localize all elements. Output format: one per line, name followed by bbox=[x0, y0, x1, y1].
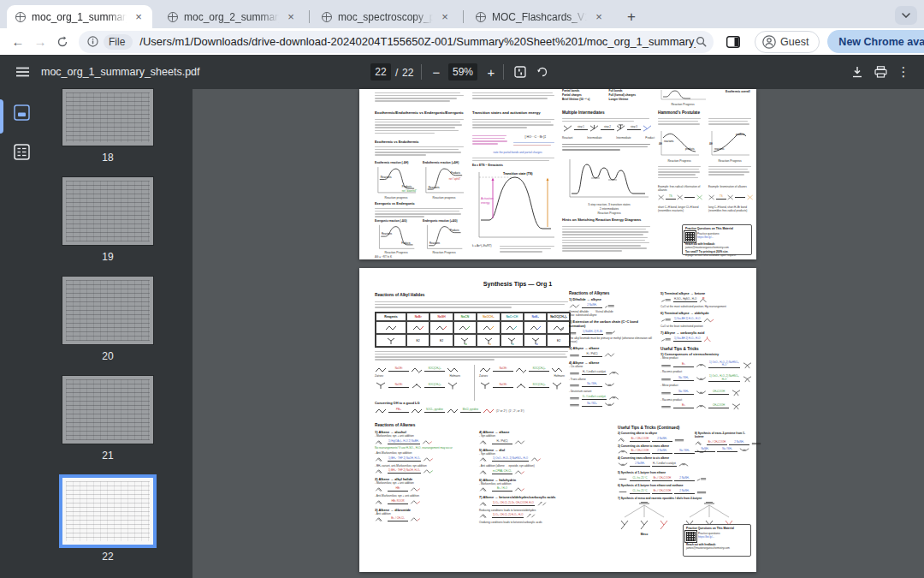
fit-to-page-button[interactable] bbox=[510, 62, 530, 82]
chrome-update-button[interactable]: New Chrome available ⋮ bbox=[827, 30, 924, 53]
thumbnail-image[interactable] bbox=[62, 478, 153, 545]
page-number-input[interactable]: 22 bbox=[370, 63, 391, 80]
reagent: H₂ / Lindlar's catalyst bbox=[653, 462, 676, 465]
graph-caption: Reaction progress bbox=[375, 196, 418, 200]
table-cell-substrate bbox=[376, 321, 406, 334]
reagent: NaOEt bbox=[500, 383, 507, 386]
thumbnail-image[interactable] bbox=[62, 376, 153, 444]
info-icon[interactable] bbox=[87, 36, 98, 47]
chip: Longer lifetime bbox=[609, 98, 653, 101]
product-label: Hofmann bbox=[554, 374, 565, 378]
table-cell-structure bbox=[477, 334, 500, 347]
graph-caption: Reaction Progress bbox=[708, 159, 751, 163]
tab-moc-org-1[interactable]: moc_org_1_summary_sheets × bbox=[7, 5, 152, 28]
thumbnail-page-20[interactable]: 20 bbox=[62, 277, 153, 362]
thumbnail-image[interactable] bbox=[62, 89, 153, 146]
reagent: 1) Sia₂BH 2) H₂O₂, H₂O bbox=[674, 337, 701, 340]
radical-scheme: TS bbox=[658, 194, 702, 201]
page-separator: / bbox=[395, 67, 398, 79]
hammond-early-ts-diagram: ΔE reactants products bbox=[658, 128, 701, 159]
arrhenius-equation: k = Ae^(–Ea/RT) bbox=[472, 244, 492, 247]
zoom-in-button[interactable]: + bbox=[481, 62, 501, 82]
download-button[interactable] bbox=[847, 62, 868, 82]
pdf-sidebar: 18 19 20 21 22 bbox=[0, 89, 192, 578]
paragraph-placeholder bbox=[375, 206, 465, 219]
magenta-note-placeholder bbox=[472, 134, 508, 146]
thumbnail-page-21[interactable]: 21 bbox=[62, 376, 153, 462]
tab-spectroscopy[interactable]: moc_spectroscopy_pack.pdf × bbox=[313, 5, 459, 28]
zoom-out-button[interactable]: − bbox=[426, 62, 447, 82]
close-tab-icon[interactable]: × bbox=[284, 10, 298, 24]
table-cell-product bbox=[477, 321, 500, 334]
guest-profile-button[interactable]: Guest bbox=[755, 31, 820, 53]
pdf-menu-button[interactable] bbox=[12, 62, 33, 82]
close-tab-icon[interactable]: × bbox=[438, 10, 452, 24]
practice-questions-box: Practice Questions on This Material Prac… bbox=[683, 524, 751, 557]
tertiary-halide-glyph bbox=[386, 337, 396, 345]
side-panel-button[interactable] bbox=[722, 31, 744, 53]
table-header: NaSH bbox=[429, 313, 453, 321]
thumbnail-page-number: 22 bbox=[62, 551, 153, 563]
url-text[interactable]: /Users/m1/Downloads/drive-download-20240… bbox=[139, 35, 696, 48]
item-sublabel: - Anti addition bbox=[375, 512, 474, 515]
reagent: Na / NH₃ bbox=[679, 449, 689, 452]
thumbnail-page-18[interactable]: 18 bbox=[62, 89, 153, 164]
svg-text:ΔE: ΔE bbox=[659, 142, 662, 146]
pdf-favicon-icon bbox=[322, 12, 332, 22]
person-icon bbox=[762, 35, 776, 49]
thumbnail-page-22-selected[interactable]: 22 bbox=[62, 478, 153, 563]
file-scheme-chip[interactable]: File bbox=[104, 34, 133, 50]
item-label: 1) Dihalide → alkyne bbox=[569, 297, 654, 301]
search-icon[interactable] bbox=[696, 36, 707, 47]
reagent: Na / NH₃ bbox=[678, 390, 688, 393]
structure-glyph bbox=[696, 194, 702, 201]
tab-search-chevron-button[interactable] bbox=[895, 6, 917, 25]
tab-moc-org-2[interactable]: moc_org_2_summary_sheet × bbox=[159, 5, 305, 28]
product-label: Zaitsev bbox=[479, 374, 488, 378]
svg-text:Reactants: Reactants bbox=[429, 186, 441, 189]
pdf-document-title: moc_org_1_summary_sheets.pdf bbox=[41, 66, 200, 78]
outline-panel-button[interactable] bbox=[12, 142, 31, 161]
reagent: H₂SO₄, HgSO₄, H₂O bbox=[674, 297, 696, 301]
thumbnail-page-number: 20 bbox=[62, 350, 153, 362]
thumbnail-image[interactable] bbox=[62, 277, 153, 344]
paragraph-placeholder bbox=[375, 91, 465, 104]
thumbnail-page-19[interactable]: 19 bbox=[62, 177, 153, 263]
tab-title: moc_org_1_summary_sheets bbox=[32, 11, 127, 23]
diagram-note: 3-step reaction, 3 transition states bbox=[572, 203, 647, 206]
table-header: Reagents bbox=[376, 313, 406, 321]
example-caption: Example: bromination of alkanes bbox=[708, 185, 753, 188]
print-button[interactable] bbox=[870, 62, 891, 82]
print-icon bbox=[874, 66, 887, 78]
reagent: Na / NH₃ bbox=[678, 376, 688, 379]
item-note: C=O at the least substituted position bbox=[660, 325, 753, 328]
graph-title: Exothermic reaction (-ΔH) bbox=[375, 161, 418, 164]
item-note: Oxidizing conditions leads to ketones/ca… bbox=[479, 521, 570, 524]
svg-text:Reactants: Reactants bbox=[382, 232, 393, 235]
pdf-overflow-menu-button[interactable]: ⋮ bbox=[893, 62, 914, 82]
reload-button[interactable] bbox=[51, 31, 74, 53]
new-tab-button[interactable]: + bbox=[621, 7, 642, 27]
address-bar[interactable]: File /Users/m1/Downloads/drive-download-… bbox=[79, 31, 714, 53]
reagent: Br₂ / H₂O bbox=[497, 486, 507, 490]
zoom-level-input[interactable]: 59% bbox=[448, 63, 477, 80]
reagent: KOC(CH₃)₃ bbox=[429, 366, 441, 370]
close-tab-icon[interactable]: × bbox=[132, 10, 145, 24]
forward-button[interactable]: → bbox=[29, 31, 51, 53]
tab-flashcards[interactable]: MOC_Flashcards_V1.pdf × bbox=[467, 5, 613, 28]
item-label: 2) Converting alkene to alkyne bbox=[618, 432, 690, 435]
rotate-button[interactable] bbox=[532, 62, 553, 82]
pdf-favicon-icon bbox=[476, 12, 486, 22]
pdf-viewer-canvas[interactable]: Exothermic/Endothermic vs Endergonic/Exe… bbox=[192, 89, 924, 578]
close-tab-icon[interactable]: × bbox=[592, 10, 606, 24]
reagent: D₂ / Lindlar's catalyst bbox=[583, 395, 606, 398]
paragraph-placeholder bbox=[472, 117, 556, 130]
table-cell-structure bbox=[524, 334, 547, 347]
reagent: Cl₂, hv, 25 °C bbox=[632, 489, 647, 492]
back-button[interactable]: ← bbox=[7, 31, 29, 53]
table-cell-product bbox=[406, 321, 429, 334]
guest-label: Guest bbox=[780, 36, 808, 48]
thumbnail-image[interactable] bbox=[62, 177, 153, 245]
thumbnails-panel-button[interactable] bbox=[12, 103, 31, 122]
practice-title: Practice Questions on This Material bbox=[686, 527, 748, 530]
